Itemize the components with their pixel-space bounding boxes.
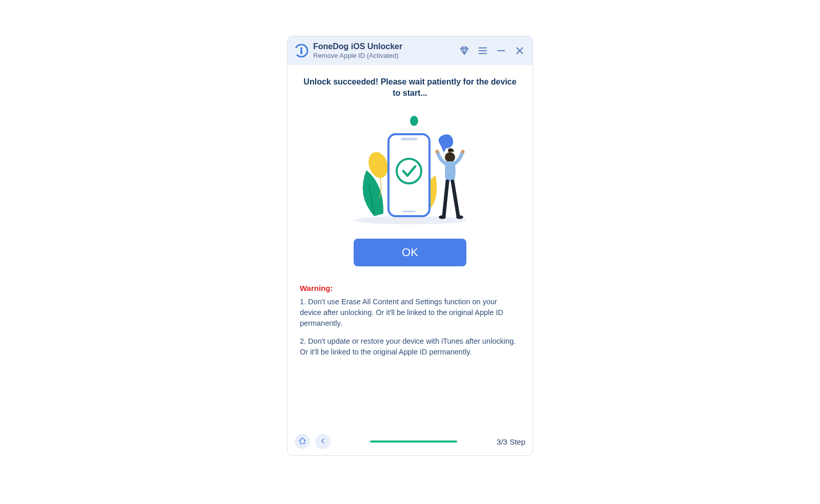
titlebar: FoneDog iOS Unlocker Remove Apple ID (Ac… [288,36,532,65]
headline: Unlock succeeded! Please wait patiently … [302,76,518,99]
svg-point-19 [461,150,465,153]
warning-item-1: 1. Don't use Erase All Content and Setti… [300,297,520,329]
back-button[interactable] [315,434,331,449]
svg-point-18 [436,150,439,153]
warning-label: Warning: [300,284,520,292]
app-window: FoneDog iOS Unlocker Remove Apple ID (Ac… [287,36,533,456]
progress-bar [370,440,457,443]
home-button[interactable] [295,434,310,449]
warning-item-2: 2. Don't update or restore your device w… [300,336,520,358]
diamond-icon[interactable] [459,45,470,56]
step-label: 3/3 Step [497,437,525,446]
ok-button[interactable]: OK [354,239,466,266]
app-logo-icon [295,44,308,57]
progress-bar-wrap [331,440,497,443]
titlebar-controls [459,45,525,56]
footer-buttons [295,434,331,449]
app-title: FoneDog iOS Unlocker [313,41,459,52]
svg-rect-2 [300,50,302,54]
content-area: Unlock succeeded! Please wait patiently … [288,65,532,432]
title-texts: FoneDog iOS Unlocker Remove Apple ID (Ac… [313,41,459,60]
success-illustration [338,109,482,226]
app-subtitle: Remove Apple ID (Activated) [313,52,459,60]
svg-point-21 [456,215,463,219]
svg-point-9 [354,216,466,224]
svg-point-20 [439,215,446,219]
svg-point-12 [410,116,418,126]
svg-point-17 [445,152,455,162]
warning-block: Warning: 1. Don't use Erase All Content … [297,284,523,365]
minimize-icon[interactable] [496,45,507,56]
svg-point-1 [300,47,302,49]
back-icon [319,437,326,446]
close-icon[interactable] [514,45,525,56]
menu-icon[interactable] [477,45,488,56]
svg-rect-15 [402,211,416,213]
home-icon [298,437,306,447]
svg-rect-14 [401,138,417,140]
footer: 3/3 Step [288,432,532,455]
